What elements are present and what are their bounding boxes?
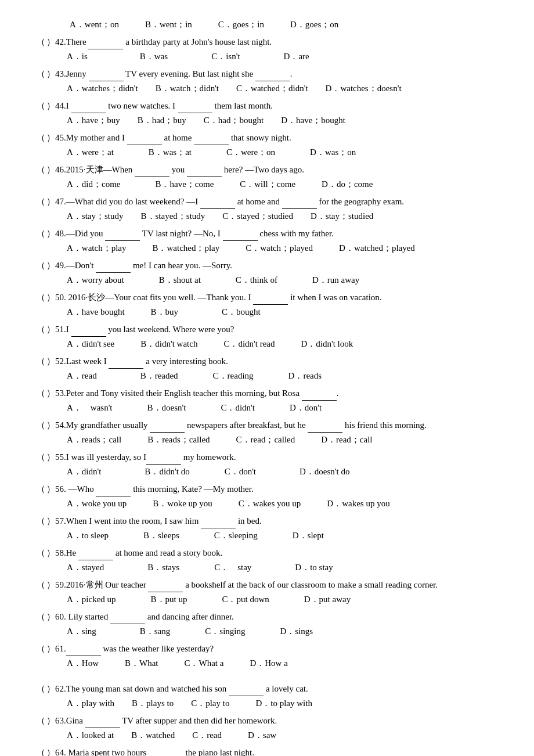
q48-paren: （ [35,226,46,242]
q51-options: A．didn't see B．didn't watch C．didn't rea… [35,337,499,352]
q46-text: ）46.2015·天津—When you here? —Two days ago… [46,163,304,178]
q42-options: A．is B．was C．isn't D．are [35,49,499,64]
question-58: （ ）58.He at home and read a story book. … [35,546,499,575]
q43-text: ）43.Jenny TV every evening. But last nig… [46,67,293,82]
q44-options: A．have；buy B．had；buy C．had；bought D．have… [35,113,499,128]
question-61: （ ）61. was the weather like yesterday? A… [35,642,499,671]
q47-paren: （ [35,195,46,210]
q42-text: ）42.There a birthday party at John's hou… [46,35,272,50]
q59-paren: （ [35,578,46,593]
q55-paren: （ [35,450,46,465]
q45-paren: （ [35,131,46,146]
q64-paren: （ [35,746,46,757]
q59-text: ）59.2016·常州 Our teacher a bookshelf at t… [46,578,438,593]
question-59: （ ）59.2016·常州 Our teacher a bookshelf at… [35,578,499,607]
q64-text: ）64. Maria spent two hours the piano las… [46,746,254,757]
q56-paren: （ [35,482,46,497]
q51-text: ）51.I you last weekend. Where were you? [46,322,234,337]
question-47: （ ）47.—What did you do last weekend? —I … [35,195,499,224]
question-48: （ ）48.—Did you TV last night? —No, I che… [35,226,499,256]
question-43: （ ）43.Jenny TV every evening. But last n… [35,67,499,96]
q60-paren: （ [35,610,46,625]
question-62: （ ）62.The young man sat down and watched… [35,682,499,711]
question-49: （ ）49.—Don't me! I can hear you. —Sorry.… [35,258,499,288]
question-54: （ ）54.My grandfather usually newspapers … [35,418,499,448]
question-46: （ ）46.2015·天津—When you here? —Two days a… [35,163,499,192]
q45-options: A．were；at B．was；at C．were；on D．was；on [35,145,499,160]
q50-text: ）50. 2016·长沙—Your coat fits you well. —T… [46,290,382,305]
q61-text: ）61. was the weather like yesterday? [46,642,214,657]
q57-text: ）57.When I went into the room, I saw him… [46,514,262,529]
q62-options: A．play with B．plays to C．play to D．to pl… [35,696,499,711]
q47-text: ）47.—What did you do last weekend? —I at… [46,195,404,210]
q52-options: A．read B．readed C．reading D．reads [35,369,499,384]
question-52: （ ）52.Last week I a very interesting boo… [35,354,499,384]
q45-text: ）45.My mother and I at home that snowy n… [46,131,291,146]
question-50: （ ）50. 2016·长沙—Your coat fits you well. … [35,290,499,320]
question-top: A．went；on B．went；in C．goes；in D．goes；on [35,17,499,33]
q46-paren: （ [35,163,46,178]
question-45: （ ）45.My mother and I at home that snowy… [35,131,499,160]
q54-paren: （ [35,418,46,433]
q63-options: A．looked at B．watched C．read D．saw [35,728,499,743]
q49-options: A．worry about B．shout at C．think of D．ru… [35,273,499,288]
q53-paren: （ [35,386,46,401]
q53-options: A． wasn't B．doesn't C．didn't D．don't [35,401,499,416]
q54-text: ）54.My grandfather usually newspapers af… [46,418,427,433]
q51-paren: （ [35,322,46,337]
q60-options: A．sing B．sang C．singing D．sings [35,624,499,639]
q55-options: A．didn't B．didn't do C．don't D．doesn't d… [35,465,499,480]
question-63: （ ）63.Gina TV after supper and then did … [35,714,499,743]
question-56: （ ）56. —Who this morning, Kate? —My moth… [35,482,499,512]
q49-paren: （ [35,258,46,273]
q52-paren: （ [35,354,46,369]
q49-text: ）49.—Don't me! I can hear you. —Sorry. [46,258,232,273]
worksheet-content: A．went；on B．went；in C．goes；in D．goes；on … [35,17,499,756]
question-55: （ ）55.I was ill yesterday, so I my homew… [35,450,499,480]
question-51: （ ）51.I you last weekend. Where were you… [35,322,499,352]
question-60: （ ）60. Lily started and dancing after di… [35,610,499,639]
q63-paren: （ [35,714,46,729]
q61-options: A．How B．What C．What a D．How a [35,656,499,671]
q42-paren: （ [35,35,46,50]
q46-options: A．did；come B．have；come C．will；come D．do；… [35,177,499,192]
q56-options: A．woke you up B．woke up you C．wakes you … [35,496,499,512]
q44-text: ）44.I two new watches. I them last month… [46,99,273,114]
q57-options: A．to sleep B．sleeps C．sleeping D．slept [35,528,499,543]
q52-text: ）52.Last week I a very interesting book. [46,354,228,369]
question-44: （ ）44.I two new watches. I them last mon… [35,99,499,128]
q48-options: A．watch；play B．watched；play C．watch；play… [35,241,499,256]
q58-text: ）58.He at home and read a story book. [46,546,222,561]
q59-options: A．picked up B．put up C．put down D．put aw… [35,592,499,607]
q56-text: ）56. —Who this morning, Kate? —My mother… [46,482,254,497]
q61-paren: （ [35,642,46,657]
q44-paren: （ [35,99,46,114]
q43-paren: （ [35,67,46,82]
q62-text: ）62.The young man sat down and watched h… [46,682,308,697]
q43-options: A．watches；didn't B．watch；didn't C．watche… [35,81,499,96]
question-53: （ ）53.Peter and Tony visited their Engli… [35,386,499,416]
q58-options: A．stayed B．stays C． stay D．to stay [35,560,499,575]
q53-text: ）53.Peter and Tony visited their English… [46,386,339,401]
q47-options: A．stay；study B．stayed；study C．stayed；stu… [35,209,499,224]
q55-text: ）55.I was ill yesterday, so I my homewor… [46,450,236,465]
q48-text: ）48.—Did you TV last night? —No, I chess… [46,226,334,242]
options-top: A．went；on B．went；in C．goes；in D．goes；on [35,17,499,33]
q50-paren: （ [35,290,46,305]
q58-paren: （ [35,546,46,561]
question-57: （ ）57.When I went into the room, I saw h… [35,514,499,543]
q54-options: A．reads；call B．reads；called C．read；calle… [35,433,499,448]
q62-paren: （ [35,682,46,697]
q50-options: A．have bought B．buy C．bought [35,305,499,320]
question-42: （ ）42.There a birthday party at John's h… [35,35,499,64]
q57-paren: （ [35,514,46,529]
q63-text: ）63.Gina TV after supper and then did he… [46,714,277,729]
q60-text: ）60. Lily started and dancing after dinn… [46,610,234,625]
question-64: （ ）64. Maria spent two hours the piano l… [35,746,499,757]
